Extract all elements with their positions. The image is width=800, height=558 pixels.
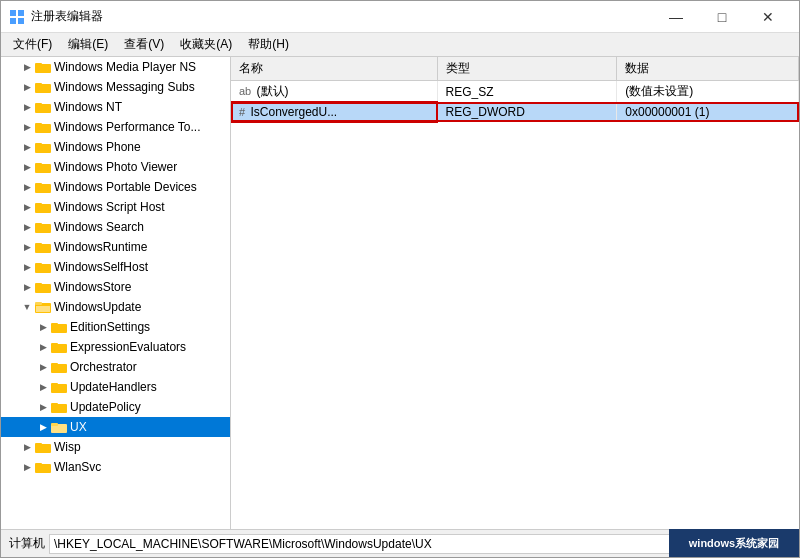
folder-icon: [35, 140, 51, 154]
svg-rect-29: [35, 302, 42, 305]
menu-favorites[interactable]: 收藏夹(A): [172, 34, 240, 55]
minimize-button[interactable]: —: [653, 1, 699, 33]
table-row-isconverged[interactable]: # IsConvergedU... REG_DWORD 0x00000001 (…: [231, 102, 799, 122]
svg-rect-19: [35, 203, 42, 206]
arrow-icon: ▶: [35, 419, 51, 435]
tree-label: Windows Performance To...: [54, 120, 201, 134]
folder-icon: [51, 320, 67, 334]
arrow-icon: ▶: [19, 459, 35, 475]
svg-rect-38: [51, 383, 58, 386]
svg-rect-46: [35, 463, 42, 466]
folder-icon: [51, 340, 67, 354]
tree-label: Windows Media Player NS: [54, 60, 196, 74]
tree-item-wisp[interactable]: ▶ Wisp: [1, 437, 230, 457]
svg-rect-42: [51, 423, 58, 426]
tree-label: Windows Phone: [54, 140, 141, 154]
svg-rect-15: [35, 163, 42, 166]
svg-rect-25: [35, 263, 42, 266]
tree-item-wpv[interactable]: ▶ Windows Photo Viewer: [1, 157, 230, 177]
tree-label: Windows Photo Viewer: [54, 160, 177, 174]
value-type: REG_SZ: [437, 81, 617, 103]
svg-rect-0: [10, 10, 16, 16]
svg-rect-34: [51, 343, 58, 346]
tree-label: WindowsUpdate: [54, 300, 141, 314]
folder-icon: [35, 200, 51, 214]
tree-item-expr[interactable]: ▶ ExpressionEvaluators: [1, 337, 230, 357]
arrow-icon: ▶: [35, 339, 51, 355]
svg-rect-36: [51, 363, 58, 366]
tree-item-wselfhost[interactable]: ▶ WindowsSelfHost: [1, 257, 230, 277]
tree-item-wperf[interactable]: ▶ Windows Performance To...: [1, 117, 230, 137]
menu-view[interactable]: 查看(V): [116, 34, 172, 55]
tree-item-wruntime[interactable]: ▶ WindowsRuntime: [1, 237, 230, 257]
menu-edit[interactable]: 编辑(E): [60, 34, 116, 55]
tree-label: UX: [70, 420, 87, 434]
registry-editor-window: 注册表编辑器 — □ ✕ 文件(F) 编辑(E) 查看(V) 收藏夹(A) 帮助…: [0, 0, 800, 558]
svg-rect-30: [36, 306, 50, 312]
value-name: ab (默认): [231, 81, 437, 103]
folder-icon: [35, 100, 51, 114]
arrow-icon: ▶: [19, 199, 35, 215]
tree-item-upolicy[interactable]: ▶ UpdatePolicy: [1, 397, 230, 417]
registry-table[interactable]: 名称 类型 数据 ab (默认) REG_SZ: [231, 57, 799, 529]
maximize-button[interactable]: □: [699, 1, 745, 33]
tree-item-wphone[interactable]: ▶ Windows Phone: [1, 137, 230, 157]
folder-icon: [35, 160, 51, 174]
arrow-icon: ▶: [19, 219, 35, 235]
menu-help[interactable]: 帮助(H): [240, 34, 297, 55]
status-bar: 计算机 \HKEY_LOCAL_MACHINE\SOFTWARE\Microso…: [1, 529, 799, 557]
tree-item-wstore[interactable]: ▶ WindowsStore: [1, 277, 230, 297]
menu-file[interactable]: 文件(F): [5, 34, 60, 55]
arrow-icon: ▶: [19, 179, 35, 195]
registry-values-panel: 名称 类型 数据 ab (默认) REG_SZ: [231, 57, 799, 529]
tree-item-wlansvc[interactable]: ▶ WlanSvc: [1, 457, 230, 477]
tree-item-uhandlers[interactable]: ▶ UpdateHandlers: [1, 377, 230, 397]
tree-item-wmsg[interactable]: ▶ Windows Messaging Subs: [1, 77, 230, 97]
tree-item-wmpns[interactable]: ▶ Windows Media Player NS: [1, 57, 230, 77]
registry-tree[interactable]: ▶ Windows Media Player NS ▶ W: [1, 57, 231, 529]
tree-item-wsh[interactable]: ▶ Windows Script Host: [1, 197, 230, 217]
watermark: windows系统家园: [669, 529, 799, 557]
value-data: (数值未设置): [617, 81, 799, 103]
svg-rect-3: [18, 18, 24, 24]
tree-label: Windows Portable Devices: [54, 180, 197, 194]
tree-label: ExpressionEvaluators: [70, 340, 186, 354]
arrow-icon: ▶: [19, 239, 35, 255]
tree-label: EditionSettings: [70, 320, 150, 334]
table-row[interactable]: ab (默认) REG_SZ (数值未设置): [231, 81, 799, 103]
svg-rect-27: [35, 283, 42, 286]
arrow-icon: ▶: [19, 159, 35, 175]
folder-icon: [35, 220, 51, 234]
tree-label: Windows Script Host: [54, 200, 165, 214]
arrow-icon: ▶: [35, 379, 51, 395]
folder-icon: [51, 400, 67, 414]
arrow-icon: ▶: [19, 139, 35, 155]
folder-icon: [51, 380, 67, 394]
tree-label: UpdateHandlers: [70, 380, 157, 394]
watermark-text: windows系统家园: [689, 536, 779, 551]
svg-rect-7: [35, 83, 42, 86]
tree-item-wupdate[interactable]: ▼ WindowsUpdate: [1, 297, 230, 317]
svg-rect-44: [35, 443, 42, 446]
folder-open-icon: [35, 300, 51, 314]
value-type-isconverged: REG_DWORD: [437, 102, 617, 122]
svg-rect-11: [35, 123, 42, 126]
window-title: 注册表编辑器: [31, 8, 653, 25]
menu-bar: 文件(F) 编辑(E) 查看(V) 收藏夹(A) 帮助(H): [1, 33, 799, 57]
col-type: 类型: [437, 57, 617, 81]
tree-item-wnt[interactable]: ▶ Windows NT: [1, 97, 230, 117]
folder-icon: [35, 180, 51, 194]
folder-icon: [35, 260, 51, 274]
main-content: ▶ Windows Media Player NS ▶ W: [1, 57, 799, 529]
tree-item-orch[interactable]: ▶ Orchestrator: [1, 357, 230, 377]
close-button[interactable]: ✕: [745, 1, 791, 33]
tree-item-edition[interactable]: ▶ EditionSettings: [1, 317, 230, 337]
svg-rect-17: [35, 183, 42, 186]
svg-rect-5: [35, 63, 42, 66]
tree-item-wpd[interactable]: ▶ Windows Portable Devices: [1, 177, 230, 197]
tree-label: WlanSvc: [54, 460, 101, 474]
folder-icon: [35, 60, 51, 74]
tree-item-ux[interactable]: ▶ UX: [1, 417, 230, 437]
folder-icon: [35, 80, 51, 94]
tree-item-wsearch[interactable]: ▶ Windows Search: [1, 217, 230, 237]
